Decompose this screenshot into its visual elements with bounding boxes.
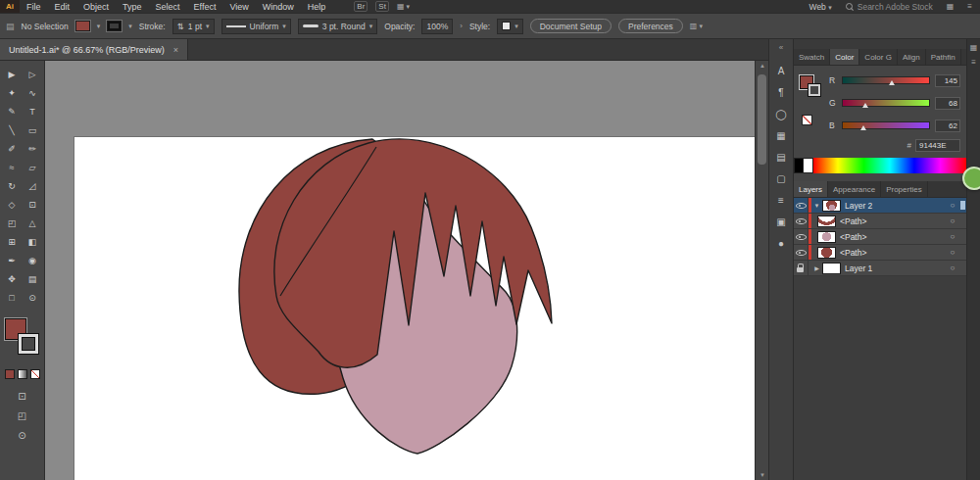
- pencil-tool[interactable]: ✏: [23, 139, 43, 158]
- color-spectrum[interactable]: [794, 158, 966, 173]
- line-segment-tool[interactable]: ╲: [2, 120, 23, 139]
- selection-tool[interactable]: ▶: [2, 65, 23, 83]
- menu-item-help[interactable]: Help: [301, 2, 333, 12]
- tab-swatches[interactable]: Swatch: [794, 49, 830, 65]
- close-icon[interactable]: ×: [173, 45, 178, 55]
- swatches-panel-icon[interactable]: ▦: [769, 124, 793, 146]
- stock-button[interactable]: St: [375, 1, 389, 12]
- selection-column[interactable]: [959, 214, 966, 228]
- fill-color-swatch[interactable]: [75, 21, 90, 31]
- tab-appearance[interactable]: Appearance: [828, 181, 881, 197]
- slider-thumb[interactable]: [862, 103, 868, 108]
- bridge-button[interactable]: Br: [354, 1, 368, 12]
- column-graph-tool[interactable]: ▤: [23, 269, 43, 288]
- stroke-panel-icon[interactable]: ◯: [769, 103, 793, 124]
- scroll-up-icon[interactable]: ▲: [756, 63, 769, 69]
- spectrum-ramp[interactable]: [813, 158, 966, 173]
- direct-selection-tool[interactable]: ▷: [23, 65, 43, 83]
- screen-mode-icon[interactable]: ⊙: [18, 430, 25, 441]
- target-circle-icon[interactable]: ○: [946, 232, 959, 241]
- menu-item-object[interactable]: Object: [76, 2, 116, 12]
- rectangle-tool[interactable]: ▭: [23, 120, 43, 139]
- mesh-tool[interactable]: ⊞: [2, 232, 23, 251]
- vertical-scrollbar[interactable]: ▲ ▼: [755, 61, 768, 480]
- tab-color-guide[interactable]: Color G: [859, 49, 898, 65]
- eyedropper-tool[interactable]: ✒: [2, 251, 23, 269]
- lock-toggle[interactable]: [794, 261, 808, 275]
- red-slider[interactable]: [842, 76, 930, 84]
- green-slider[interactable]: [842, 99, 930, 107]
- layer-row-path2[interactable]: <Path> ○: [794, 229, 966, 245]
- paintbrush-tool[interactable]: ✐: [2, 139, 23, 158]
- path-thumbnail[interactable]: [817, 231, 836, 243]
- white-chip[interactable]: [804, 158, 813, 173]
- target-circle-icon[interactable]: ○: [946, 248, 959, 257]
- character-panel-icon[interactable]: A: [769, 60, 793, 81]
- tab-layers[interactable]: Layers: [794, 181, 828, 197]
- arrange-documents-icon[interactable]: ▦▾: [397, 2, 410, 11]
- chevron-down-icon[interactable]: ▾: [128, 23, 132, 30]
- path-thumbnail[interactable]: [817, 216, 836, 227]
- workspace-switcher[interactable]: Web ▾: [809, 2, 832, 12]
- magic-wand-tool[interactable]: ✦: [2, 83, 23, 102]
- artwork-svg[interactable]: [74, 137, 755, 480]
- layer-name[interactable]: Layer 2: [845, 201, 946, 211]
- menu-item-file[interactable]: File: [20, 2, 48, 12]
- stroke-proxy-swatch[interactable]: [808, 83, 821, 97]
- blend-tool[interactable]: ◉: [23, 251, 43, 269]
- eraser-tool[interactable]: ▱: [23, 158, 43, 176]
- appearance-panel-icon[interactable]: ≡: [769, 189, 793, 211]
- opacity-field[interactable]: 100%: [421, 19, 453, 34]
- visibility-toggle[interactable]: [794, 198, 808, 213]
- chevron-down-icon[interactable]: ▾: [206, 23, 210, 30]
- chevron-down-icon[interactable]: ▾: [97, 23, 101, 30]
- canvas[interactable]: [45, 61, 755, 480]
- menu-item-edit[interactable]: Edit: [48, 2, 77, 12]
- tab-pathfinder[interactable]: Pathfin: [926, 49, 961, 65]
- layer-row-layer2[interactable]: ▼ Layer 2 ○: [794, 198, 966, 214]
- expand-collapse-icon[interactable]: ▼: [811, 203, 822, 209]
- shape-builder-tool[interactable]: ◰: [2, 214, 23, 232]
- selection-column[interactable]: [959, 245, 966, 260]
- align-options-icon[interactable]: ▥▾: [690, 22, 703, 30]
- lasso-tool[interactable]: ∿: [23, 83, 43, 102]
- libraries-panel-icon[interactable]: ●: [769, 232, 793, 254]
- scale-tool[interactable]: ◿: [23, 176, 43, 195]
- panel-layout-icon[interactable]: ▦: [947, 2, 955, 11]
- selection-column[interactable]: [959, 261, 966, 275]
- vertical-scrollbar-thumb[interactable]: [758, 74, 766, 165]
- menu-item-type[interactable]: Type: [116, 2, 149, 12]
- menu-item-window[interactable]: Window: [256, 2, 301, 12]
- blue-slider[interactable]: [842, 121, 930, 129]
- layer-name[interactable]: Layer 1: [845, 264, 946, 273]
- width-tool[interactable]: ◇: [2, 195, 23, 214]
- red-value-field[interactable]: 145: [935, 74, 960, 87]
- free-transform-tool[interactable]: ⊡: [23, 195, 43, 214]
- selection-column[interactable]: [959, 198, 966, 213]
- draw-normal-icon[interactable]: ⊡: [18, 391, 25, 402]
- target-circle-icon[interactable]: ○: [946, 216, 959, 225]
- menu-item-view[interactable]: View: [222, 2, 255, 12]
- chevron-down-icon[interactable]: ▾: [514, 23, 518, 30]
- dock-list-icon[interactable]: ≡: [971, 58, 976, 67]
- path-name[interactable]: <Path>: [840, 248, 946, 258]
- target-circle-icon[interactable]: ○: [946, 264, 959, 272]
- symbols-panel-icon[interactable]: ▣: [769, 211, 793, 232]
- list-view-icon[interactable]: ≡: [967, 2, 972, 11]
- visibility-toggle[interactable]: [794, 245, 808, 260]
- none-swatch[interactable]: [802, 115, 812, 125]
- pen-tool[interactable]: ✎: [2, 102, 23, 120]
- stroke-weight-stepper[interactable]: ⇅ 1 pt ▾: [172, 19, 215, 34]
- selection-column[interactable]: [959, 229, 966, 244]
- document-setup-button[interactable]: Document Setup: [530, 19, 612, 33]
- draw-behind-icon[interactable]: ◰: [18, 410, 26, 421]
- zoom-tool[interactable]: ⊙: [23, 288, 43, 307]
- shaper-tool[interactable]: ≈: [2, 158, 23, 176]
- tab-properties[interactable]: Properties: [881, 181, 927, 197]
- tab-color[interactable]: Color: [830, 49, 859, 65]
- layer-row-path1[interactable]: <Path> ○: [794, 214, 966, 229]
- chevron-down-icon[interactable]: ▾: [369, 23, 373, 30]
- color-mode-button[interactable]: [5, 369, 15, 379]
- scroll-down-icon[interactable]: ▼: [756, 472, 769, 478]
- symbol-sprayer-tool[interactable]: ✥: [2, 269, 23, 288]
